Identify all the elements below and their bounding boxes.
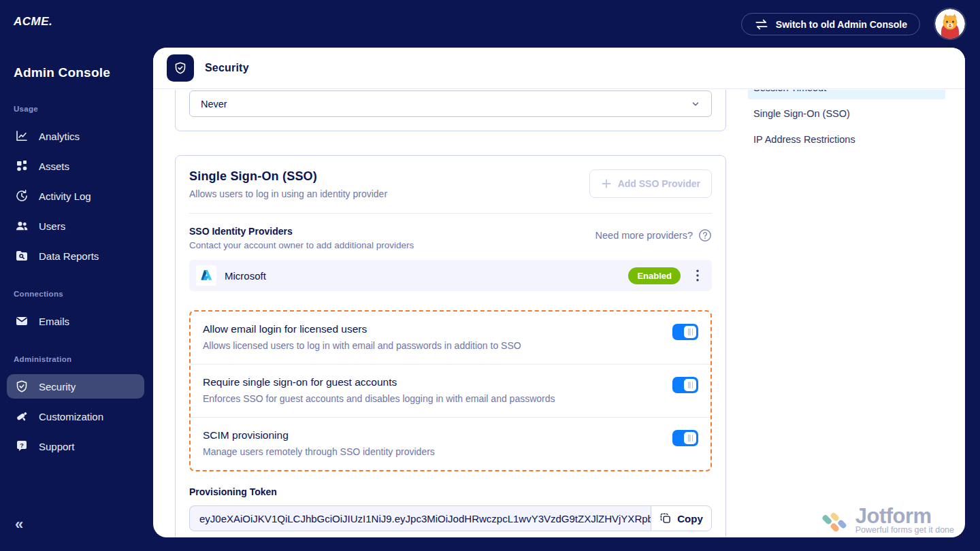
switch-old-console-button[interactable]: Switch to old Admin Console xyxy=(741,13,920,35)
sidebar-item-analytics[interactable]: Analytics xyxy=(7,124,144,148)
analytics-icon xyxy=(15,129,29,143)
copy-token-button[interactable]: Copy xyxy=(651,505,712,531)
sidebar-item-emails[interactable]: Emails xyxy=(7,309,144,333)
sso-heading-block: Single Sign-On (SSO) Allows users to log… xyxy=(189,169,387,199)
session-timeout-value: Never xyxy=(201,99,227,110)
section-nav-sso[interactable]: Single Sign-On (SSO) xyxy=(748,102,945,125)
provisioning-token-value[interactable]: eyJ0eXAiOiJKV1QiLCJhbGciOiJIUzI1NiJ9.eyJ… xyxy=(189,505,651,531)
toggle-title: Require single sign-on for guest account… xyxy=(203,376,555,388)
scim-provisioning-toggle[interactable] xyxy=(672,430,698,446)
toggle-row-require-sso-guests: Require single sign-on for guest account… xyxy=(191,364,710,417)
users-icon xyxy=(15,219,29,233)
sidebar-item-support[interactable]: ? Support xyxy=(7,434,144,458)
copy-icon xyxy=(659,512,672,524)
settings-column: Never Single Sign-On (SSO) Allows users … xyxy=(175,90,726,537)
acme-logo: ACME. xyxy=(14,15,52,29)
toggle-description: Enforces SSO for guest accounts and disa… xyxy=(203,393,555,404)
admin-console-title: Admin Console xyxy=(14,65,110,80)
provider-row-microsoft: Microsoft Enabled xyxy=(189,260,712,291)
sidebar-item-activity-log[interactable]: Activity Log xyxy=(7,184,144,208)
sidebar-item-label: Support xyxy=(39,441,75,452)
security-header: Security xyxy=(153,48,965,89)
main-panel: Security Never Single Sign-On (SSO) Allo… xyxy=(153,48,965,537)
sidebar: ACME. Admin Console Usage Analytics Asse… xyxy=(0,0,153,551)
assets-icon xyxy=(15,159,29,173)
sidebar-item-label: Users xyxy=(39,220,65,232)
security-shield-icon xyxy=(167,54,194,82)
need-more-providers: Need more providers? xyxy=(595,229,712,242)
section-nav-ip-restrictions[interactable]: IP Address Restrictions xyxy=(748,128,945,151)
need-more-label: Need more providers? xyxy=(595,230,693,241)
session-timeout-select[interactable]: Never xyxy=(189,90,712,117)
sidebar-item-data-reports[interactable]: Data Reports xyxy=(7,244,144,268)
providers-heading-block: SSO Identity Providers Contact your acco… xyxy=(189,226,414,250)
sidebar-item-label: Emails xyxy=(39,316,69,327)
sso-subtitle: Allows users to log in using an identity… xyxy=(189,188,387,199)
azure-logo-icon xyxy=(196,265,216,286)
toggle-text-block: Allow email login for licensed users All… xyxy=(203,323,521,351)
providers-heading: SSO Identity Providers xyxy=(189,226,414,237)
copy-label: Copy xyxy=(677,513,703,524)
section-label-connections: Connections xyxy=(7,287,144,301)
sidebar-nav: Usage Analytics Assets Activity Log User… xyxy=(7,102,144,464)
security-content: Never Single Sign-On (SSO) Allows users … xyxy=(153,90,965,537)
sidebar-item-assets[interactable]: Assets xyxy=(7,154,144,178)
add-sso-provider-label: Add SSO Provider xyxy=(618,178,700,189)
sidebar-item-label: Assets xyxy=(39,161,69,172)
toggle-row-scim: SCIM provisioning Manage users remotely … xyxy=(191,417,710,470)
email-icon xyxy=(15,314,29,328)
toggle-text-block: Require single sign-on for guest account… xyxy=(203,376,555,404)
sso-panel-header: Single Sign-On (SSO) Allows users to log… xyxy=(189,169,712,214)
toggle-title: Allow email login for licensed users xyxy=(203,323,521,335)
toggle-title: SCIM provisioning xyxy=(203,429,435,441)
sidebar-collapse-button[interactable]: « xyxy=(15,517,23,532)
sso-panel: Single Sign-On (SSO) Allows users to log… xyxy=(175,155,726,537)
sidebar-item-label: Activity Log xyxy=(39,190,91,202)
svg-text:?: ? xyxy=(20,442,24,449)
section-nav: Session Timeout Single Sign-On (SSO) IP … xyxy=(748,90,945,151)
swap-arrows-icon xyxy=(754,18,769,31)
toggle-description: Manage users remotely through SSO identi… xyxy=(203,446,435,457)
paint-roller-icon xyxy=(15,410,29,423)
sso-options-highlight: Allow email login for licensed users All… xyxy=(189,310,712,471)
providers-header-row: SSO Identity Providers Contact your acco… xyxy=(189,226,712,250)
sidebar-item-label: Data Reports xyxy=(39,250,99,262)
provisioning-token-group: eyJ0eXAiOiJKV1QiLCJhbGciOiJIUzI1NiJ9.eyJ… xyxy=(189,505,712,531)
add-sso-provider-button[interactable]: Add SSO Provider xyxy=(589,169,712,198)
sidebar-item-label: Customization xyxy=(39,411,103,422)
sidebar-item-label: Analytics xyxy=(39,131,80,142)
sidebar-item-users[interactable]: Users xyxy=(7,214,144,238)
toggle-knob xyxy=(684,326,696,338)
toggle-knob xyxy=(684,379,696,391)
switch-old-console-label: Switch to old Admin Console xyxy=(776,19,907,30)
plus-icon xyxy=(601,178,612,189)
toggle-description: Allows licensed users to log in with ema… xyxy=(203,340,521,351)
section-nav-session-timeout[interactable]: Session Timeout xyxy=(748,90,945,99)
data-reports-icon xyxy=(15,249,29,263)
section-label-usage: Usage xyxy=(7,102,144,116)
providers-subtitle: Contact your account owner to add additi… xyxy=(189,240,414,250)
page-title: Security xyxy=(205,62,249,74)
activity-log-icon xyxy=(15,189,29,203)
toggle-knob xyxy=(684,432,696,444)
avatar[interactable] xyxy=(935,9,965,39)
require-sso-guests-toggle[interactable] xyxy=(672,377,698,393)
session-timeout-panel: Never xyxy=(175,90,726,131)
help-bubble-icon: ? xyxy=(15,439,29,453)
sidebar-item-customization[interactable]: Customization xyxy=(7,404,144,429)
provider-name: Microsoft xyxy=(225,270,620,282)
toggle-text-block: SCIM provisioning Manage users remotely … xyxy=(203,429,435,457)
toggle-row-email-login: Allow email login for licensed users All… xyxy=(191,312,710,364)
status-badge: Enabled xyxy=(628,267,681,284)
question-circle-icon[interactable] xyxy=(698,229,712,242)
chevron-down-icon xyxy=(691,99,700,109)
sidebar-item-label: Security xyxy=(39,381,76,393)
shield-icon xyxy=(15,380,29,393)
email-login-toggle[interactable] xyxy=(672,324,698,340)
provisioning-token-label: Provisioning Token xyxy=(189,486,712,497)
section-label-administration: Administration xyxy=(7,352,144,366)
sidebar-item-security[interactable]: Security xyxy=(7,374,144,399)
sso-title: Single Sign-On (SSO) xyxy=(189,169,387,184)
kebab-menu-icon[interactable] xyxy=(689,267,706,284)
